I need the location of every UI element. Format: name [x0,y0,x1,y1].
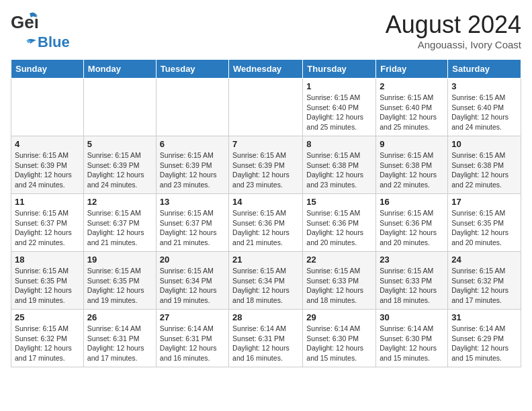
day-number: 6 [160,139,225,149]
header-wednesday: Wednesday [229,60,303,79]
calendar-cell: 8Sunrise: 6:15 AM Sunset: 6:38 PM Daylig… [303,136,376,194]
calendar-cell: 22Sunrise: 6:15 AM Sunset: 6:33 PM Dayli… [303,252,376,310]
day-number: 14 [232,197,299,207]
calendar-cell: 24Sunrise: 6:15 AM Sunset: 6:32 PM Dayli… [448,252,521,310]
subtitle: Angouassi, Ivory Coast [386,39,521,50]
header-sunday: Sunday [11,60,84,79]
day-info: Sunrise: 6:15 AM Sunset: 6:36 PM Dayligh… [380,208,444,248]
week-row-5: 25Sunrise: 6:15 AM Sunset: 6:32 PM Dayli… [11,310,521,367]
calendar-cell: 19Sunrise: 6:15 AM Sunset: 6:35 PM Dayli… [83,252,156,310]
calendar-cell: 18Sunrise: 6:15 AM Sunset: 6:35 PM Dayli… [11,252,84,310]
calendar-cell: 27Sunrise: 6:14 AM Sunset: 6:31 PM Dayli… [156,310,228,367]
week-row-2: 4Sunrise: 6:15 AM Sunset: 6:39 PM Daylig… [11,136,521,194]
week-row-4: 18Sunrise: 6:15 AM Sunset: 6:35 PM Dayli… [11,252,521,310]
day-number: 4 [15,139,80,149]
day-number: 23 [380,255,444,265]
calendar-cell [83,79,156,136]
day-info: Sunrise: 6:15 AM Sunset: 6:39 PM Dayligh… [15,150,80,190]
day-number: 19 [87,255,152,265]
day-number: 24 [451,255,517,265]
calendar-cell: 16Sunrise: 6:15 AM Sunset: 6:36 PM Dayli… [376,194,448,252]
main-title: August 2024 [386,11,521,39]
day-info: Sunrise: 6:15 AM Sunset: 6:38 PM Dayligh… [380,150,444,190]
week-row-3: 11Sunrise: 6:15 AM Sunset: 6:37 PM Dayli… [11,194,521,252]
calendar-cell: 26Sunrise: 6:14 AM Sunset: 6:31 PM Dayli… [83,310,156,367]
day-info: Sunrise: 6:15 AM Sunset: 6:35 PM Dayligh… [15,266,80,306]
day-number: 9 [380,139,444,149]
day-info: Sunrise: 6:15 AM Sunset: 6:33 PM Dayligh… [380,266,444,306]
page-header: General Blue August 2024 Angouassi, Ivor… [11,11,521,51]
day-info: Sunrise: 6:14 AM Sunset: 6:30 PM Dayligh… [306,324,372,363]
day-info: Sunrise: 6:15 AM Sunset: 6:36 PM Dayligh… [306,208,372,248]
day-info: Sunrise: 6:14 AM Sunset: 6:29 PM Dayligh… [451,324,517,363]
day-number: 8 [306,139,372,149]
calendar-cell: 17Sunrise: 6:15 AM Sunset: 6:35 PM Dayli… [448,194,521,252]
calendar-header: SundayMondayTuesdayWednesdayThursdayFrid… [11,60,521,79]
calendar-cell: 4Sunrise: 6:15 AM Sunset: 6:39 PM Daylig… [11,136,84,194]
calendar-cell: 3Sunrise: 6:15 AM Sunset: 6:40 PM Daylig… [448,79,521,136]
calendar-cell: 15Sunrise: 6:15 AM Sunset: 6:36 PM Dayli… [303,194,376,252]
day-info: Sunrise: 6:15 AM Sunset: 6:37 PM Dayligh… [87,208,152,248]
day-info: Sunrise: 6:15 AM Sunset: 6:34 PM Dayligh… [160,266,225,306]
calendar-cell: 7Sunrise: 6:15 AM Sunset: 6:39 PM Daylig… [229,136,303,194]
day-info: Sunrise: 6:15 AM Sunset: 6:38 PM Dayligh… [451,150,517,190]
calendar-cell: 1Sunrise: 6:15 AM Sunset: 6:40 PM Daylig… [303,79,376,136]
day-info: Sunrise: 6:14 AM Sunset: 6:30 PM Dayligh… [380,324,444,363]
day-number: 20 [160,255,225,265]
calendar-cell: 30Sunrise: 6:14 AM Sunset: 6:30 PM Dayli… [376,310,448,367]
calendar-cell: 11Sunrise: 6:15 AM Sunset: 6:37 PM Dayli… [11,194,84,252]
logo-bird-icon [11,36,39,48]
calendar-cell [11,79,84,136]
day-number: 2 [380,81,444,91]
title-area: August 2024 Angouassi, Ivory Coast [386,11,521,50]
day-info: Sunrise: 6:15 AM Sunset: 6:37 PM Dayligh… [15,208,80,248]
logo-blue-text: Blue [38,34,70,51]
day-number: 17 [451,197,517,207]
calendar-cell: 14Sunrise: 6:15 AM Sunset: 6:36 PM Dayli… [229,194,303,252]
header-saturday: Saturday [448,60,521,79]
day-info: Sunrise: 6:15 AM Sunset: 6:37 PM Dayligh… [160,208,225,248]
calendar-cell: 13Sunrise: 6:15 AM Sunset: 6:37 PM Dayli… [156,194,228,252]
day-info: Sunrise: 6:15 AM Sunset: 6:39 PM Dayligh… [160,150,225,190]
day-info: Sunrise: 6:15 AM Sunset: 6:32 PM Dayligh… [15,324,80,363]
calendar-cell: 10Sunrise: 6:15 AM Sunset: 6:38 PM Dayli… [448,136,521,194]
week-row-1: 1Sunrise: 6:15 AM Sunset: 6:40 PM Daylig… [11,79,521,136]
day-number: 26 [87,312,152,322]
day-number: 22 [306,255,372,265]
day-info: Sunrise: 6:15 AM Sunset: 6:38 PM Dayligh… [306,150,372,190]
day-number: 13 [160,197,225,207]
calendar-cell: 21Sunrise: 6:15 AM Sunset: 6:34 PM Dayli… [229,252,303,310]
day-info: Sunrise: 6:15 AM Sunset: 6:40 PM Dayligh… [306,93,372,132]
day-info: Sunrise: 6:15 AM Sunset: 6:36 PM Dayligh… [232,208,299,248]
calendar-cell: 12Sunrise: 6:15 AM Sunset: 6:37 PM Dayli… [83,194,156,252]
logo-icon: General [11,11,38,35]
calendar-table: SundayMondayTuesdayWednesdayThursdayFrid… [11,59,521,367]
day-info: Sunrise: 6:14 AM Sunset: 6:31 PM Dayligh… [232,324,299,363]
calendar-cell: 31Sunrise: 6:14 AM Sunset: 6:29 PM Dayli… [448,310,521,367]
calendar-cell: 25Sunrise: 6:15 AM Sunset: 6:32 PM Dayli… [11,310,84,367]
calendar-cell: 20Sunrise: 6:15 AM Sunset: 6:34 PM Dayli… [156,252,228,310]
calendar-cell: 5Sunrise: 6:15 AM Sunset: 6:39 PM Daylig… [83,136,156,194]
header-friday: Friday [376,60,448,79]
header-row: SundayMondayTuesdayWednesdayThursdayFrid… [11,60,521,79]
day-info: Sunrise: 6:15 AM Sunset: 6:39 PM Dayligh… [87,150,152,190]
calendar-cell: 6Sunrise: 6:15 AM Sunset: 6:39 PM Daylig… [156,136,228,194]
header-thursday: Thursday [303,60,376,79]
header-tuesday: Tuesday [156,60,228,79]
day-info: Sunrise: 6:15 AM Sunset: 6:40 PM Dayligh… [380,93,444,132]
calendar-cell: 9Sunrise: 6:15 AM Sunset: 6:38 PM Daylig… [376,136,448,194]
day-info: Sunrise: 6:14 AM Sunset: 6:31 PM Dayligh… [87,324,152,363]
day-number: 16 [380,197,444,207]
day-number: 31 [451,312,517,322]
day-number: 3 [451,81,517,91]
day-info: Sunrise: 6:15 AM Sunset: 6:35 PM Dayligh… [87,266,152,306]
calendar-cell [229,79,303,136]
day-number: 18 [15,255,80,265]
day-info: Sunrise: 6:15 AM Sunset: 6:32 PM Dayligh… [451,266,517,306]
day-number: 5 [87,139,152,149]
day-number: 21 [232,255,299,265]
day-number: 7 [232,139,299,149]
logo: General Blue [11,11,70,51]
calendar-body: 1Sunrise: 6:15 AM Sunset: 6:40 PM Daylig… [11,79,521,367]
day-info: Sunrise: 6:14 AM Sunset: 6:31 PM Dayligh… [160,324,225,363]
